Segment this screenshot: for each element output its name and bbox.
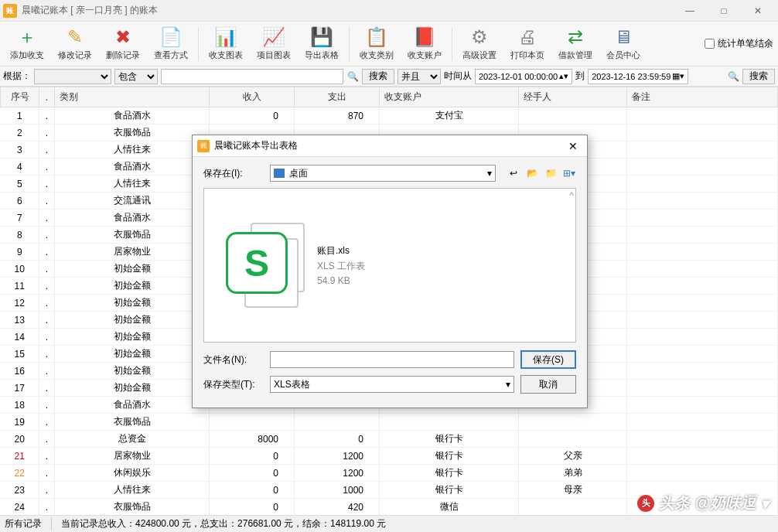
search-input[interactable] [161,69,343,84]
tool-icon: 📊 [213,26,238,48]
table-row[interactable]: 19.衣服饰品 [1,414,778,431]
up-icon[interactable]: 📂 [525,166,539,180]
dialog-close-button[interactable]: ✕ [564,140,582,152]
tool-高级设置[interactable]: ⚙高级设置 [457,23,502,65]
toolbar-separator [198,27,199,61]
tool-label: 导出表格 [305,49,339,61]
tool-label: 查看方式 [154,49,188,61]
col-2[interactable]: 类别 [55,87,210,107]
search-button-2[interactable]: 搜索 [742,69,775,84]
stat-checkbox[interactable]: 统计单笔结余 [705,37,773,50]
tool-icon: 📋 [364,26,389,48]
tool-打印本页[interactable]: 🖨打印本页 [505,23,550,65]
tool-icon: ＋ [15,26,39,48]
tool-label: 删除记录 [106,49,140,61]
main-toolbar: ＋添加收支✎修改记录✖删除记录📄查看方式📊收支图表📈项目图表💾导出表格📋收支类别… [0,22,778,66]
tool-收支类别[interactable]: 📋收支类别 [354,23,399,65]
file-item[interactable]: S 账目.xls XLS 工作表 54.9 KB [220,223,365,308]
col-5[interactable]: 收支账户 [380,87,519,107]
tool-查看方式[interactable]: 📄查看方式 [148,23,193,65]
minimize-button[interactable]: — [673,0,707,22]
tool-label: 收支图表 [209,49,243,61]
tool-label: 借款管理 [558,49,592,61]
save-button[interactable]: 保存(S) [520,350,576,369]
tool-icon: 📈 [261,26,286,48]
file-browser[interactable]: ^ S 账目.xls XLS 工作表 54.9 KB [203,188,576,343]
watermark: 头 头条 @奶味逗 ▾ [637,493,769,513]
table-row[interactable]: 22.休闲娱乐01200银行卡弟弟 [1,465,778,482]
tool-会员中心[interactable]: 🖥会员中心 [601,23,646,65]
tool-icon: 📕 [412,26,437,48]
filetype-combo[interactable]: XLS表格 ▾ [270,376,514,393]
chevron-down-icon: ▾ [761,494,769,513]
filename-input[interactable] [270,351,514,368]
back-icon[interactable]: ↩ [507,166,520,180]
window-title: 晨曦记账本 [ 亲一口月亮 ] 的账本 [22,4,158,17]
save-in-label: 保存在(I): [203,167,264,180]
time-from-label: 时间从 [444,70,472,83]
tool-icon: 💾 [309,26,334,48]
tool-收支账户[interactable]: 📕收支账户 [402,23,447,65]
filetype-label: 保存类型(T): [203,378,264,391]
scroll-up-icon[interactable]: ^ [569,190,574,201]
date-to-input[interactable]: 2023-12-16 23:59:59▦▾ [588,69,688,84]
status-summary: 当前记录总收入：424800.00 元，总支出：276681.00 元，结余：1… [61,517,386,530]
app-icon: 账 [3,4,17,18]
export-dialog: 账 晨曦记账本导出表格 ✕ 保存在(I): 桌面 ▾ ↩ 📂 📁 ⊞▾ ^ [192,135,588,408]
view-icon[interactable]: ⊞▾ [562,166,576,180]
tool-icon: 🖨 [515,26,540,48]
table-row[interactable]: 20.总资金80000银行卡 [1,431,778,448]
tool-icon: ✖ [111,26,135,48]
dialog-title-bar[interactable]: 账 晨曦记账本导出表格 ✕ [193,135,587,157]
watermark-handle: @奶味逗 [694,493,756,513]
tool-label: 项目图表 [257,49,291,61]
tool-label: 高级设置 [462,49,496,61]
contains-select[interactable]: 包含 [114,69,158,84]
watermark-icon: 头 [637,495,654,512]
col-1[interactable]: . [39,87,55,107]
tool-icon: 📄 [159,26,183,48]
file-type: XLS 工作表 [317,260,365,273]
tool-收支图表[interactable]: 📊收支图表 [203,23,248,65]
date-from-input[interactable]: 2023-12-01 00:00:00▴▾ [475,69,572,84]
app-icon: 账 [197,140,210,152]
tool-icon: ⚙ [467,26,492,48]
search-button[interactable]: 搜索 [362,69,394,84]
col-7[interactable]: 备注 [627,87,778,107]
table-row[interactable]: 1.食品酒水0870支付宝 [1,107,778,124]
calendar-icon[interactable]: ▦▾ [672,71,684,81]
tool-icon: ✎ [63,26,87,48]
close-button[interactable]: ✕ [741,0,775,22]
col-6[interactable]: 经手人 [519,87,627,107]
filename-label: 文件名(N): [203,353,264,367]
filter-bar: 根据： 包含 🔍 搜索 并且 时间从 2023-12-01 00:00:00▴▾… [0,66,778,87]
stat-checkbox-input[interactable] [705,39,715,49]
dialog-title: 晨曦记账本导出表格 [214,139,298,152]
tool-添加收支[interactable]: ＋添加收支 [5,23,49,65]
tool-icon: 🖥 [611,26,636,48]
tool-借款管理[interactable]: ⇄借款管理 [553,23,598,65]
and-select[interactable]: 并且 [398,69,441,84]
tool-修改记录[interactable]: ✎修改记录 [53,23,97,65]
cancel-button[interactable]: 取消 [520,375,576,394]
col-3[interactable]: 收入 [210,87,295,107]
filetype-text: XLS表格 [274,378,310,391]
tool-label: 收支类别 [360,49,394,61]
tool-label: 添加收支 [10,49,44,61]
basis-select[interactable] [34,69,111,84]
tool-删除记录[interactable]: ✖删除记录 [101,23,145,65]
tool-项目图表[interactable]: 📈项目图表 [251,23,296,65]
col-0[interactable]: 序号 [1,87,39,107]
tool-导出表格[interactable]: 💾导出表格 [299,23,344,65]
status-filter: 所有记录 [5,517,52,530]
table-row[interactable]: 21.居家物业01200银行卡父亲 [1,448,778,465]
toolbar-separator [349,27,350,61]
col-4[interactable]: 支出 [295,87,380,107]
spinner-icon[interactable]: ▴▾ [559,71,568,81]
maximize-button[interactable]: □ [707,0,741,22]
new-folder-icon[interactable]: 📁 [544,166,558,180]
file-size: 54.9 KB [317,275,365,286]
location-combo[interactable]: 桌面 ▾ [270,165,496,182]
search-icon: 🔍 [346,70,359,83]
chevron-down-icon: ▾ [506,379,510,390]
